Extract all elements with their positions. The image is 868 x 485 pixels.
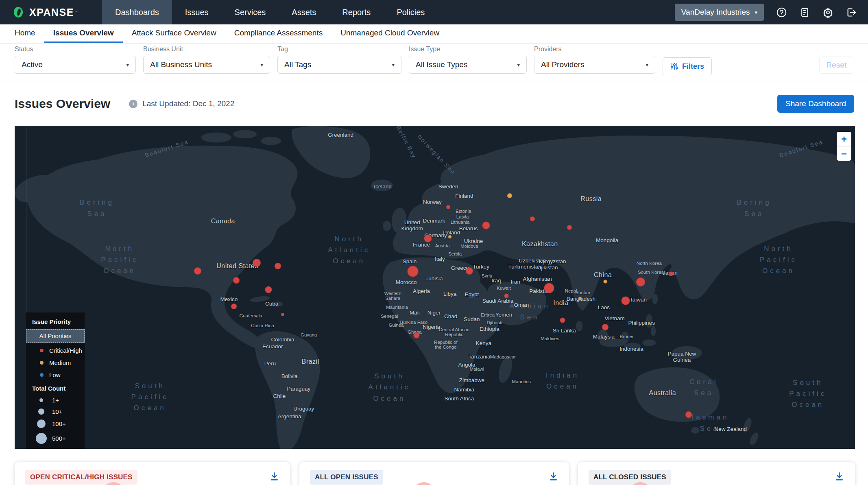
nav-item-assets[interactable]: Assets <box>279 0 329 24</box>
country-label-denmark: Denmark <box>423 217 445 223</box>
issue-marker-critical[interactable] <box>544 283 554 293</box>
country-label-finland: Finland <box>455 193 473 199</box>
issue-marker-critical[interactable] <box>413 332 419 339</box>
tab-unmanaged-cloud-overview[interactable]: Unmanaged Cloud Overview <box>331 24 448 43</box>
country-label-laos: Laos <box>598 304 610 310</box>
issue-marker-critical[interactable] <box>253 259 261 267</box>
reset-filters-button[interactable]: Reset <box>819 57 853 74</box>
sea-label-south-atlantic-ocean: South Atlantic Ocean <box>369 371 411 404</box>
filters-button[interactable]: Filters <box>663 57 712 75</box>
country-label-indonesia: Indonesia <box>619 345 643 352</box>
issue-marker-critical[interactable] <box>233 277 240 284</box>
card-title-badge: OPEN CRITICAL/HIGH ISSUES <box>25 470 137 485</box>
country-label-eritrea: Eritrea <box>481 312 495 317</box>
issue-marker-medium[interactable] <box>507 193 512 198</box>
xpanse-logo-icon <box>12 6 24 18</box>
filter-select-tag[interactable]: All Tags▾ <box>277 56 401 74</box>
download-icon[interactable] <box>548 472 558 482</box>
nav-item-dashboards[interactable]: Dashboards <box>102 0 172 24</box>
country-label-colombia: Colombia <box>271 336 294 342</box>
country-label-kazakhstan: Kazakhstan <box>522 240 558 248</box>
nav-item-issues[interactable]: Issues <box>172 0 222 24</box>
account-name: VanDelay Industries <box>681 8 750 17</box>
issue-marker-critical[interactable] <box>504 294 508 298</box>
app-window: XPANSE ™ DashboardsIssuesServicesAssetsR… <box>0 0 868 485</box>
issue-marker-critical[interactable] <box>669 272 673 276</box>
issue-marker-medium[interactable] <box>578 297 582 300</box>
issue-marker-critical[interactable] <box>265 286 272 293</box>
brand-name: XPANSE <box>29 7 74 18</box>
filter-select-providers[interactable]: All Providers▾ <box>534 56 655 74</box>
country-label-papua-new-guinea: Papua New Guinea <box>667 351 696 363</box>
legend-priority-low[interactable]: Low <box>26 369 85 381</box>
release-notes-icon[interactable] <box>799 7 810 18</box>
issue-cards-row: OPEN CRITICAL/HIGH ISSUESALL OPEN ISSUES… <box>15 462 855 485</box>
issue-marker-critical[interactable] <box>275 263 281 269</box>
zoom-out-button[interactable]: − <box>837 146 851 161</box>
nav-item-services[interactable]: Services <box>222 0 279 24</box>
issue-marker-critical[interactable] <box>446 205 450 209</box>
legend-count-100: 100+ <box>26 417 85 430</box>
issue-marker-critical[interactable] <box>231 304 237 309</box>
filter-select-issue-type[interactable]: All Issue Types▾ <box>409 56 527 74</box>
legend-all-priorities[interactable]: All Priorities <box>26 329 85 343</box>
download-icon[interactable] <box>269 472 279 482</box>
issue-marker-medium[interactable] <box>448 235 451 238</box>
legend-count-500: 500+ <box>26 430 85 446</box>
help-icon[interactable] <box>776 7 787 18</box>
legend-priority-rows: Critical/HighMediumLow <box>26 344 85 381</box>
country-label-north-korea: North Korea <box>637 261 662 266</box>
issue-marker-critical[interactable] <box>685 411 692 418</box>
filter-providers: ProvidersAll Providers▾ <box>534 46 655 74</box>
logout-icon[interactable] <box>846 7 857 18</box>
card-title-badge: ALL OPEN ISSUES <box>310 470 383 485</box>
issue-marker-critical[interactable] <box>621 296 630 305</box>
chevron-down-icon: ▾ <box>126 62 129 68</box>
tab-compliance-assessments[interactable]: Compliance Assessments <box>225 24 332 43</box>
sea-label-north-pacific-ocean: North Pacific Ocean <box>101 243 138 277</box>
issue-marker-critical[interactable] <box>281 313 284 316</box>
zoom-in-button[interactable]: + <box>837 132 851 146</box>
issue-marker-critical[interactable] <box>424 235 432 242</box>
filter-select-business-unit[interactable]: All Business Units▾ <box>143 56 270 74</box>
count-dot-icon <box>38 409 44 415</box>
issue-marker-critical[interactable] <box>408 266 419 277</box>
issue-marker-critical[interactable] <box>482 222 490 229</box>
country-label-iran: Iran <box>511 278 520 284</box>
account-switcher-button[interactable]: VanDelay Industries ▾ <box>675 4 764 21</box>
country-label-turkey: Turkey <box>473 264 489 270</box>
issue-marker-medium[interactable] <box>604 280 607 283</box>
count-dot-icon <box>37 419 46 428</box>
country-label-sweden: Sweden <box>438 184 458 190</box>
tab-issues-overview[interactable]: Issues Overview <box>44 24 123 43</box>
world-map[interactable]: North Pacific OceanNorth Atlantic OceanS… <box>15 126 855 449</box>
legend-count-1: 1+ <box>26 394 85 406</box>
chevron-down-icon: ▾ <box>392 62 395 68</box>
nav-item-reports[interactable]: Reports <box>329 0 384 24</box>
issue-marker-critical[interactable] <box>560 317 565 323</box>
share-dashboard-button[interactable]: Share Dashboard <box>777 95 854 113</box>
tab-attack-surface-overview[interactable]: Attack Surface Overview <box>123 24 225 43</box>
legend-priority-medium[interactable]: Medium <box>26 356 85 369</box>
country-label-guatemala: Guatemala <box>239 313 262 318</box>
legend-priority-critical-high[interactable]: Critical/High <box>26 344 85 356</box>
issue-marker-critical[interactable] <box>194 267 201 275</box>
issue-marker-critical[interactable] <box>602 324 608 330</box>
nav-item-policies[interactable]: Policies <box>384 0 438 24</box>
issue-marker-critical[interactable] <box>636 277 645 286</box>
tab-home[interactable]: Home <box>6 24 44 43</box>
brand: XPANSE ™ <box>0 0 102 24</box>
country-label-mauritius: Mauritius <box>512 379 531 384</box>
country-label-niger: Niger <box>427 309 441 315</box>
issue-marker-critical[interactable] <box>530 216 535 221</box>
country-label-zimbabwe: Zimbabwe <box>459 377 484 383</box>
issue-marker-critical[interactable] <box>466 267 473 275</box>
settings-gear-icon[interactable] <box>822 7 833 18</box>
filter-select-status[interactable]: Active▾ <box>15 56 136 74</box>
issue-marker-critical[interactable] <box>567 225 572 230</box>
download-icon[interactable] <box>834 472 844 482</box>
divider <box>0 81 868 81</box>
country-label-republic-of-the-congo: Republic of the Congo <box>434 340 458 350</box>
info-icon[interactable]: i <box>129 100 137 108</box>
count-dot-box <box>33 419 49 428</box>
